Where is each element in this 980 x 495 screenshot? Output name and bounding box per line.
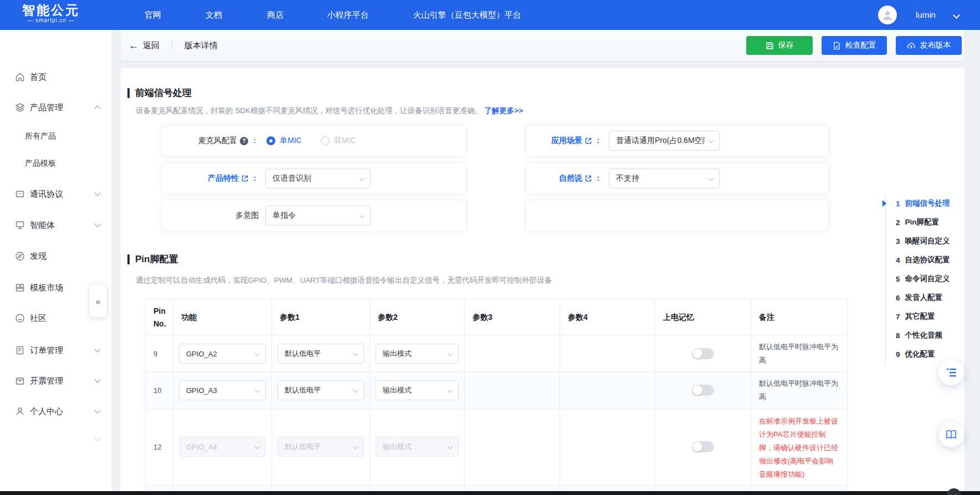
- app-scene-select[interactable]: 普通话通用Pro(占0.6M空间: [609, 131, 720, 151]
- col-header-param4: 参数4: [560, 299, 655, 336]
- memory-toggle[interactable]: [692, 385, 714, 396]
- anchor-label: 命令词自定义: [905, 274, 950, 284]
- chevron-down-icon: [353, 387, 358, 393]
- sidebar-item-product-templates[interactable]: 产品模板: [0, 157, 111, 170]
- pin-number: 10: [146, 372, 173, 409]
- radio-single-mic[interactable]: 单MIC: [266, 136, 302, 146]
- sidebar-item-home[interactable]: 首页: [0, 70, 111, 84]
- chevron-down-icon: [94, 190, 100, 196]
- product-feature-label[interactable]: 产品特性 ：: [162, 173, 259, 183]
- param2-select[interactable]: 输出模式: [376, 380, 459, 400]
- radio-dual-mic[interactable]: 双MIC: [321, 136, 356, 146]
- layers-icon: [15, 103, 25, 113]
- multi-intent-select[interactable]: 单指令: [265, 206, 371, 226]
- sidebar-item-label: 首页: [30, 72, 47, 83]
- chevron-down-icon[interactable]: [953, 12, 960, 19]
- check-config-button[interactable]: 检查配置: [822, 36, 887, 55]
- nav-link-volcengine[interactable]: 火山引擎（豆包大模型）平台: [413, 0, 521, 30]
- nav-link-official-site[interactable]: 官网: [145, 0, 161, 30]
- label-text: 自然说: [559, 173, 582, 183]
- back-arrow-icon: ←: [129, 40, 138, 50]
- back-button[interactable]: ← 返回: [129, 40, 160, 51]
- username[interactable]: lumin: [916, 0, 936, 30]
- nav-link-store[interactable]: 商店: [267, 0, 284, 30]
- sidebar-collapse-button[interactable]: «: [90, 285, 106, 317]
- select-value: GPIO_A2: [186, 350, 217, 358]
- toggle-knob: [692, 442, 702, 452]
- param4-cell: [560, 409, 655, 485]
- collapse-glyph: «: [96, 297, 100, 306]
- cloud-upload-icon: [907, 42, 916, 50]
- top-navbar: 智能公元 — smartpi.cn — 官网 文档 商店 小程序平台 火山引擎（…: [0, 0, 980, 30]
- anchor-label: 唤醒词自定义: [905, 236, 950, 246]
- anchor-num: 7: [896, 313, 900, 321]
- section-title-pin: Pin脚配置: [127, 253, 178, 266]
- monitor-icon: [15, 220, 25, 230]
- table-header-row: Pin No. 功能 参数1 参数2 参数3 参数4 上电记忆 备注: [146, 299, 848, 336]
- nav-link-miniprogram[interactable]: 小程序平台: [327, 0, 369, 30]
- select-value: 默认低电平: [285, 442, 321, 452]
- memory-toggle[interactable]: [692, 348, 714, 359]
- chevron-down-icon: [353, 351, 358, 356]
- func-select[interactable]: GPIO_A3: [179, 380, 266, 400]
- table-row: 10 GPIO_A3 默认低电平 输出模式 默认低电平时脉冲电平为高: [146, 372, 848, 409]
- chevron-down-icon: [360, 213, 365, 218]
- sidebar-item-all-products[interactable]: 所有产品: [0, 130, 111, 143]
- chevron-down-icon: [255, 444, 260, 450]
- sidebar-item-label: 社区: [30, 313, 47, 324]
- logo-title: 智能公元: [22, 3, 80, 17]
- learn-more-link[interactable]: 了解更多>>: [484, 106, 523, 115]
- external-link-icon: [585, 175, 592, 182]
- toggle-knob: [692, 385, 702, 395]
- help-icon[interactable]: ?: [240, 137, 248, 145]
- param1-select[interactable]: 默认低电平: [278, 344, 364, 364]
- multi-intent-label: 多意图: [162, 211, 259, 221]
- sidebar-item-protocol[interactable]: 通讯协议: [0, 187, 111, 201]
- anchor-menu-fab[interactable]: [938, 360, 964, 385]
- radio-unselected-icon: [321, 136, 330, 145]
- sidebar-item-orders[interactable]: 订单管理: [0, 344, 111, 357]
- col-header-func: 功能: [173, 299, 272, 336]
- radio-selected-icon: [266, 136, 275, 145]
- anchor-item-1[interactable]: 1 前端信号处理: [886, 194, 950, 213]
- sidebar-item-discover[interactable]: 发现: [0, 249, 111, 263]
- nav-link-docs[interactable]: 文档: [206, 0, 222, 30]
- anchor-item-4[interactable]: 4 自选协议配置: [886, 251, 950, 269]
- anchor-item-8[interactable]: 8 个性化音频: [886, 326, 950, 345]
- param2-select[interactable]: 输出模式: [376, 344, 459, 364]
- sidebar-item-agent[interactable]: 智能体: [0, 218, 111, 232]
- memory-toggle[interactable]: [692, 441, 714, 452]
- func-select[interactable]: GPIO_A2: [179, 344, 266, 364]
- anchor-item-9[interactable]: 9 优化配置: [886, 345, 950, 364]
- anchor-item-6[interactable]: 6 发音人配置: [886, 288, 950, 307]
- anchor-item-7[interactable]: 7 其它配置: [886, 307, 950, 326]
- anchor-num: 6: [896, 294, 900, 302]
- anchor-item-2[interactable]: 2 Pin脚配置: [886, 213, 950, 232]
- natural-speech-select[interactable]: 不支持: [609, 169, 720, 188]
- select-value: 不支持: [616, 173, 639, 183]
- sidebar-item-profile[interactable]: 个人中心: [0, 405, 111, 418]
- natural-speech-label[interactable]: 自然说 ：: [526, 173, 602, 183]
- anchor-item-5[interactable]: 5 命令词自定义: [886, 269, 950, 288]
- chevron-down-icon: [255, 351, 260, 356]
- anchor-num: 3: [896, 237, 900, 246]
- chevron-down-icon: [94, 407, 100, 413]
- docs-fab[interactable]: [938, 422, 964, 447]
- chevron-down-icon[interactable]: [94, 435, 100, 441]
- param1-select[interactable]: 默认低电平: [278, 380, 364, 400]
- title-bar-decor: [127, 88, 130, 98]
- anchor-num: 9: [896, 350, 900, 359]
- sidebar-item-invoicing[interactable]: 开票管理: [0, 374, 111, 387]
- save-button[interactable]: 保存: [746, 36, 813, 55]
- col-header-memory: 上电记忆: [655, 299, 751, 336]
- publish-button[interactable]: 发布版本: [896, 36, 962, 55]
- logo[interactable]: 智能公元 — smartpi.cn —: [22, 3, 80, 23]
- anchor-item-3[interactable]: 3 唤醒词自定义: [886, 232, 950, 251]
- chevron-down-icon: [709, 138, 714, 144]
- desc-text: 通过定制可以自动生成代码，实现GPIO、PWM、UART等端口根据语音指令输出自…: [136, 276, 552, 284]
- avatar[interactable]: [878, 6, 897, 24]
- sidebar-item-product-mgmt[interactable]: 产品管理: [0, 101, 111, 114]
- card-multi-intent: 多意图 单指令: [162, 201, 465, 231]
- product-feature-select[interactable]: 仅语音识别: [265, 169, 371, 188]
- app-scene-label[interactable]: 应用场景 ：: [526, 136, 602, 146]
